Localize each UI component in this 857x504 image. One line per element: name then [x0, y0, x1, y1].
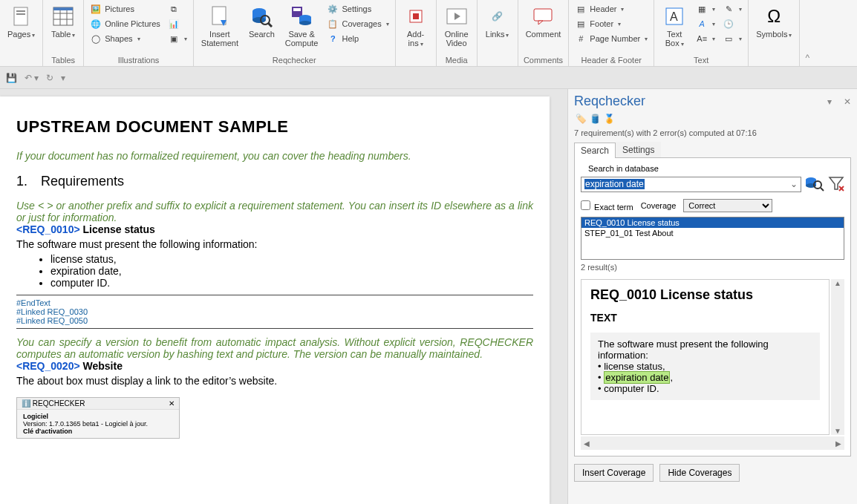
object-button[interactable]: ▭▾: [720, 31, 745, 46]
quickparts-button[interactable]: ▦▾: [693, 1, 718, 16]
group-header-footer: ▤Header▾ ▤Footer▾ #Page Number▾ Header &…: [569, 0, 654, 66]
page-number-label: Page Number: [590, 34, 640, 43]
link-icon: 🔗: [486, 4, 509, 28]
req-0010-bullets: license status, expiration date, compute…: [50, 253, 533, 289]
group-links: 🔗 Links▾: [478, 0, 518, 66]
about-key-label: Clé d'activation: [23, 428, 173, 435]
document-area[interactable]: UPSTREAM DOCUMENT SAMPLE If your documen…: [0, 89, 567, 504]
scroll-right-icon[interactable]: ▶: [835, 439, 841, 448]
online-video-label: Online Video: [445, 30, 469, 48]
workspace: UPSTREAM DOCUMENT SAMPLE If your documen…: [0, 89, 857, 504]
group-reqchecker: Insert Statement Search Save & Compute ⚙…: [194, 0, 396, 66]
chart-button[interactable]: 📊: [165, 16, 190, 31]
smartart-button[interactable]: ⧉: [165, 1, 190, 16]
clear-filter-button[interactable]: [828, 175, 844, 194]
search-results-list[interactable]: REQ_0010 License status STEP_01_01 Test …: [581, 217, 844, 260]
online-video-button[interactable]: Online Video: [440, 1, 474, 50]
panel-footer-buttons: Insert Coverage Hide Coverages: [574, 464, 851, 482]
group-illustrations: 🖼️Pictures 🌐Online Pictures ◯Shapes▾ ⧉ 📊…: [84, 0, 194, 66]
scroll-down-icon[interactable]: ▼: [834, 427, 841, 435]
dropdown-icon[interactable]: ⌄: [790, 179, 798, 189]
undo-qat-button[interactable]: ↶ ▾: [25, 73, 39, 83]
addins-button[interactable]: Add- ins▾: [399, 1, 433, 51]
links-button[interactable]: 🔗 Links▾: [480, 1, 515, 42]
settings-button[interactable]: ⚙️Settings: [324, 1, 391, 16]
tag-icon[interactable]: 🏷️: [576, 114, 587, 124]
exact-term-checkbox[interactable]: Exact term: [581, 200, 633, 212]
panel-close-icon[interactable]: ✕: [844, 96, 851, 107]
links-label: Links: [486, 30, 505, 39]
execute-search-button[interactable]: [804, 174, 825, 194]
table-button[interactable]: Table▾: [46, 1, 80, 42]
text-box-button[interactable]: A Text Box▾: [657, 1, 691, 51]
wordart-button[interactable]: A▾: [693, 16, 718, 31]
screenshot-icon: ▣: [168, 33, 180, 45]
screenshot-button[interactable]: ▣▾: [165, 31, 190, 46]
coverages-button[interactable]: 📋Coverages▾: [324, 16, 391, 31]
req-0010-line: <REQ_0010> License status: [16, 223, 533, 235]
group-tables-title: Tables: [46, 54, 80, 66]
object-icon: ▭: [723, 33, 734, 45]
ribbon-award-icon[interactable]: 🏅: [604, 114, 615, 124]
search-input[interactable]: expiration date ⌄: [581, 177, 801, 192]
result-row-2[interactable]: STEP_01_01 Test About: [581, 228, 844, 238]
panel-toolbar-icons: 🏷️ 🛢️ 🏅: [576, 114, 850, 124]
detail-vscrollbar[interactable]: ▲ ▼: [831, 279, 844, 435]
doc-heading-1: 1. Requirements: [16, 174, 533, 189]
online-pictures-button[interactable]: 🌐Online Pictures: [87, 16, 163, 31]
insert-statement-icon: [208, 4, 232, 28]
comment-button[interactable]: Comment: [521, 1, 566, 42]
tab-settings[interactable]: Settings: [616, 142, 661, 157]
qat-customize[interactable]: ▾: [61, 73, 65, 83]
search-db-icon: [250, 4, 273, 28]
svg-rect-25: [534, 9, 552, 21]
detail-hscrollbar[interactable]: ◀ ▶: [581, 436, 844, 450]
svg-rect-17: [293, 8, 301, 11]
ribbon-collapse[interactable]: ^: [800, 0, 815, 66]
footer-button[interactable]: ▤Footer▾: [572, 16, 651, 31]
save-qat-button[interactable]: 💾: [6, 73, 17, 83]
search-input-value: expiration date: [584, 179, 645, 189]
result-row-1[interactable]: REQ_0010 License status: [581, 217, 844, 228]
group-symbols-title: [752, 54, 796, 66]
svg-text:A: A: [670, 10, 678, 23]
db-icon[interactable]: 🛢️: [590, 114, 601, 124]
save-compute-button[interactable]: Save & Compute: [281, 1, 323, 50]
doc-separator-2: [16, 328, 533, 329]
about-close-icon[interactable]: ✕: [169, 399, 175, 408]
insert-coverage-button[interactable]: Insert Coverage: [574, 464, 654, 482]
pictures-button[interactable]: 🖼️Pictures: [87, 1, 163, 16]
shapes-icon: ◯: [90, 33, 102, 45]
req-0020-title: Website: [80, 360, 123, 372]
online-pictures-label: Online Pictures: [105, 19, 160, 28]
scroll-left-icon[interactable]: ◀: [584, 439, 590, 448]
search-tab-body: Search in database expiration date ⌄ Exa…: [574, 158, 851, 456]
dropcap-button[interactable]: A≡▾: [693, 31, 718, 46]
panel-menu-icon[interactable]: ▾: [827, 96, 832, 107]
group-text: A Text Box▾ ▦▾ A▾ A≡▾ ✎▾ 🕒 ▭▾ Text: [654, 0, 749, 66]
pages-button[interactable]: Pages▾: [3, 1, 39, 42]
insert-statement-button[interactable]: Insert Statement: [197, 1, 243, 50]
shapes-button[interactable]: ◯Shapes▾: [87, 31, 163, 46]
scroll-up-icon[interactable]: ▲: [834, 279, 841, 287]
redo-qat-button[interactable]: ↻: [46, 73, 53, 83]
group-symbols: Ω Symbols▾: [749, 0, 800, 66]
help-button[interactable]: ?Help: [324, 31, 391, 46]
help-label: Help: [342, 34, 359, 43]
svg-point-13: [252, 17, 266, 23]
coverage-select[interactable]: Correct: [683, 199, 772, 212]
detail-section: TEXT: [590, 312, 820, 324]
datetime-button[interactable]: 🕒: [720, 16, 745, 31]
bullet-2: expiration date,: [50, 265, 533, 277]
header-button[interactable]: ▤Header▾: [572, 1, 651, 16]
footer-label: Footer: [590, 19, 613, 28]
page-number-button[interactable]: #Page Number▾: [572, 31, 651, 46]
tab-search[interactable]: Search: [574, 143, 616, 158]
signature-button[interactable]: ✎▾: [720, 1, 745, 16]
group-comments: Comment Comments: [518, 0, 570, 66]
ribbon-search-button[interactable]: Search: [244, 1, 279, 50]
req-0020-line: <REQ_0020> Website: [16, 360, 533, 372]
hide-coverages-button[interactable]: Hide Coverages: [659, 464, 740, 482]
symbols-button[interactable]: Ω Symbols▾: [752, 1, 796, 42]
help-icon: ?: [327, 33, 339, 45]
